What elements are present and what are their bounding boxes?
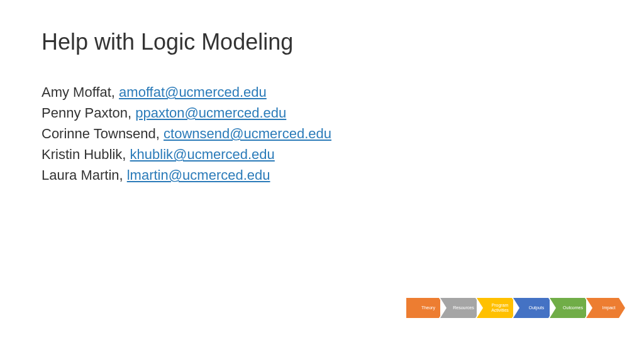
arrow-label: Impact bbox=[602, 305, 615, 310]
contact-name: Corinne Townsend, bbox=[42, 126, 164, 141]
contact-item: Laura Martin, lmartin@ucmerced.edu bbox=[42, 165, 331, 185]
contact-email-link[interactable]: ctownsend@ucmerced.edu bbox=[164, 126, 331, 141]
contact-list: Amy Moffat, amoffat@ucmerced.edu Penny P… bbox=[42, 82, 331, 185]
arrow-resources: Resources bbox=[440, 298, 482, 318]
arrow-label: Outcomes bbox=[563, 305, 583, 310]
contact-item: Amy Moffat, amoffat@ucmerced.edu bbox=[42, 82, 331, 102]
contact-name: Amy Moffat, bbox=[42, 84, 119, 100]
arrow-label: Theory bbox=[421, 305, 435, 310]
contact-item: Penny Paxton, ppaxton@ucmerced.edu bbox=[42, 102, 331, 123]
process-arrows: Theory Resources Program Activities Outp… bbox=[406, 298, 625, 318]
slide-title: Help with Logic Modeling bbox=[42, 29, 293, 55]
contact-name: Laura Martin, bbox=[42, 167, 127, 183]
slide: Help with Logic Modeling Amy Moffat, amo… bbox=[0, 0, 644, 362]
arrow-outputs: Outputs bbox=[513, 298, 555, 318]
arrow-theory: Theory bbox=[406, 298, 445, 318]
contact-email-link[interactable]: amoffat@ucmerced.edu bbox=[119, 84, 267, 100]
contact-name: Kristin Hublik, bbox=[42, 146, 130, 162]
arrow-outcomes: Outcomes bbox=[550, 298, 591, 318]
contact-email-link[interactable]: ppaxton@ucmerced.edu bbox=[135, 105, 286, 121]
arrow-label: Resources bbox=[453, 305, 474, 310]
contact-item: Kristin Hublik, khublik@ucmerced.edu bbox=[42, 144, 331, 165]
contact-item: Corinne Townsend, ctownsend@ucmerced.edu bbox=[42, 123, 331, 144]
arrow-impact: Impact bbox=[586, 298, 625, 318]
contact-email-link[interactable]: lmartin@ucmerced.edu bbox=[127, 167, 270, 183]
arrow-label: Program Activities bbox=[491, 303, 509, 312]
contact-name: Penny Paxton, bbox=[42, 105, 135, 121]
arrow-label: Outputs bbox=[529, 305, 545, 310]
arrow-program-activities: Program Activities bbox=[477, 298, 518, 318]
contact-email-link[interactable]: khublik@ucmerced.edu bbox=[130, 146, 275, 162]
